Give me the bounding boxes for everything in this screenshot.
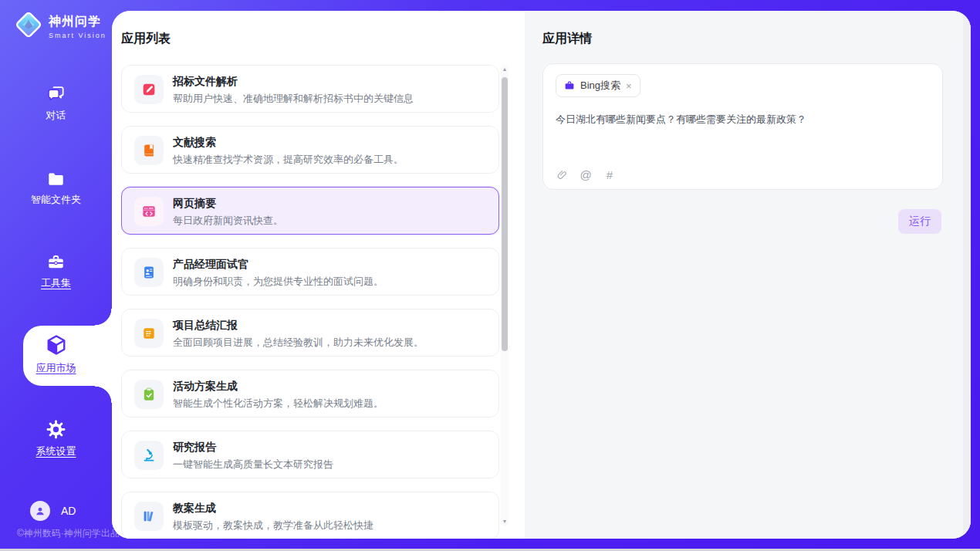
interview-icon (134, 258, 164, 287)
clipboard-check-icon (134, 380, 164, 409)
app-card-title: 研究报告 (173, 441, 216, 455)
app-card-desc: 快速精准查找学术资源，提高研究效率的必备工具。 (173, 153, 404, 167)
sidebar-item-app-market[interactable]: 应用市场 (0, 333, 112, 375)
app-card-desc: 每日政府新闻资讯快查。 (173, 214, 283, 228)
app-card-title: 网页摘要 (173, 197, 216, 211)
tool-tag-bing-search[interactable]: Bing搜索 × (556, 74, 640, 97)
app-list-pane: 应用列表 招标文件解析帮助用户快速、准确地理解和解析招标书中的关键信息文献搜索快… (112, 11, 525, 539)
user-avatar-icon (30, 501, 50, 521)
app-list: 招标文件解析帮助用户快速、准确地理解和解析招标书中的关键信息文献搜索快速精准查找… (121, 65, 499, 539)
app-detail-pane: 应用详情 Bing搜索 × 今日湖北有哪些新闻要点？有哪些需要关注的最新政策？ … (525, 11, 971, 539)
microscope-icon (134, 441, 164, 470)
app-card-tender-parse[interactable]: 招标文件解析帮助用户快速、准确地理解和解析招标书中的关键信息 (121, 65, 499, 113)
cube-icon (45, 333, 68, 357)
app-detail-title: 应用详情 (542, 31, 592, 47)
sidebar-item-label: 对话 (46, 109, 66, 123)
user-initials: AD (61, 505, 76, 517)
app-card-webpage-summary[interactable]: 网页摘要每日政府新闻资讯快查。 (121, 187, 499, 235)
sidebar-item-label: 应用市场 (36, 361, 76, 375)
toolbox-icon (46, 253, 66, 272)
brand-subtitle: Smart Vision (49, 32, 106, 39)
mention-icon[interactable]: @ (580, 167, 592, 181)
attachment-icon[interactable] (556, 167, 568, 181)
tool-tag-label: Bing搜索 (580, 79, 620, 93)
app-card-lesson-plan[interactable]: 教案生成模板驱动，教案快成，教学准备从此轻松快捷 (121, 492, 499, 539)
sidebar-item-chat[interactable]: 对话 (0, 85, 112, 123)
app-card-title: 招标文件解析 (173, 75, 238, 89)
book-icon (134, 136, 164, 165)
app-card-title: 活动方案生成 (173, 380, 238, 394)
app-card-desc: 帮助用户快速、准确地理解和解析招标书中的关键信息 (173, 92, 414, 106)
app-list-scrollbar[interactable]: ▲ ▼ (501, 65, 509, 526)
sidebar-footer: ©神州数码·神州问学出品 (17, 527, 120, 540)
app-card-project-summary[interactable]: 项目总结汇报全面回顾项目进展，总结经验教训，助力未来优化发展。 (121, 309, 499, 357)
brand-logo: 神州问学 Smart Vision (14, 10, 106, 42)
tag-close-icon[interactable]: × (626, 81, 632, 91)
app-card-pm-interviewer[interactable]: 产品经理面试官明确身份和职责，为您提供专业性的面试问题。 (121, 248, 499, 296)
sidebar-item-folders[interactable]: 智能文件夹 (0, 170, 112, 207)
chat-icon (46, 85, 66, 104)
app-card-title: 文献搜索 (173, 136, 216, 150)
app-card-title: 教案生成 (173, 502, 216, 516)
brand-gem-icon (14, 10, 43, 42)
briefcase-icon (564, 80, 575, 91)
browser-code-icon (134, 197, 164, 226)
app-card-desc: 一键智能生成高质量长文本研究报告 (173, 458, 333, 472)
folder-icon (46, 170, 66, 188)
app-card-activity-plan[interactable]: 活动方案生成智能生成个性化活动方案，轻松解决规划难题。 (121, 370, 499, 417)
app-list-title: 应用列表 (121, 31, 171, 47)
app-card-desc: 智能生成个性化活动方案，轻松解决规划难题。 (173, 397, 384, 411)
books-icon (134, 502, 164, 531)
app-card-desc: 明确身份和职责，为您提供专业性的面试问题。 (173, 275, 384, 289)
user-profile[interactable]: AD (30, 501, 76, 521)
sidebar-item-settings[interactable]: 系统设置 (0, 419, 112, 458)
app-card-desc: 模板驱动，教案快成，教学准备从此轻松快捷 (173, 519, 373, 532)
main-panel: 应用列表 招标文件解析帮助用户快速、准确地理解和解析招标书中的关键信息文献搜索快… (112, 11, 971, 539)
run-button[interactable]: 运行 (898, 209, 941, 234)
pen-square-icon (134, 75, 164, 104)
app-card-title: 项目总结汇报 (173, 319, 238, 333)
sidebar-item-tools[interactable]: 工具集 (0, 253, 112, 290)
sidebar-item-label: 智能文件夹 (31, 193, 81, 207)
prompt-input[interactable]: 今日湖北有哪些新闻要点？有哪些需要关注的最新政策？ (556, 112, 926, 158)
scroll-up-icon[interactable]: ▲ (501, 65, 509, 74)
sidebar-item-label: 系统设置 (36, 445, 76, 458)
scroll-down-icon[interactable]: ▼ (501, 517, 509, 526)
brand-name: 神州问学 (49, 14, 106, 30)
app-card-desc: 全面回顾项目进展，总结经验教训，助力未来优化发展。 (173, 336, 424, 350)
sidebar-item-label: 工具集 (41, 276, 71, 290)
app-card-literature-search[interactable]: 文献搜索快速精准查找学术资源，提高研究效率的必备工具。 (121, 126, 499, 174)
note-icon (134, 319, 164, 348)
prompt-card: Bing搜索 × 今日湖北有哪些新闻要点？有哪些需要关注的最新政策？ @ # (542, 63, 943, 190)
app-card-research-report[interactable]: 研究报告一键智能生成高质量长文本研究报告 (121, 431, 499, 478)
app-card-title: 产品经理面试官 (173, 258, 248, 272)
scrollbar-thumb[interactable] (502, 77, 508, 351)
hash-icon[interactable]: # (603, 167, 616, 181)
gear-icon (46, 419, 66, 440)
sidebar: 神州问学 Smart Vision 对话智能文件夹工具集应用市场系统设置 AD … (0, 0, 112, 551)
